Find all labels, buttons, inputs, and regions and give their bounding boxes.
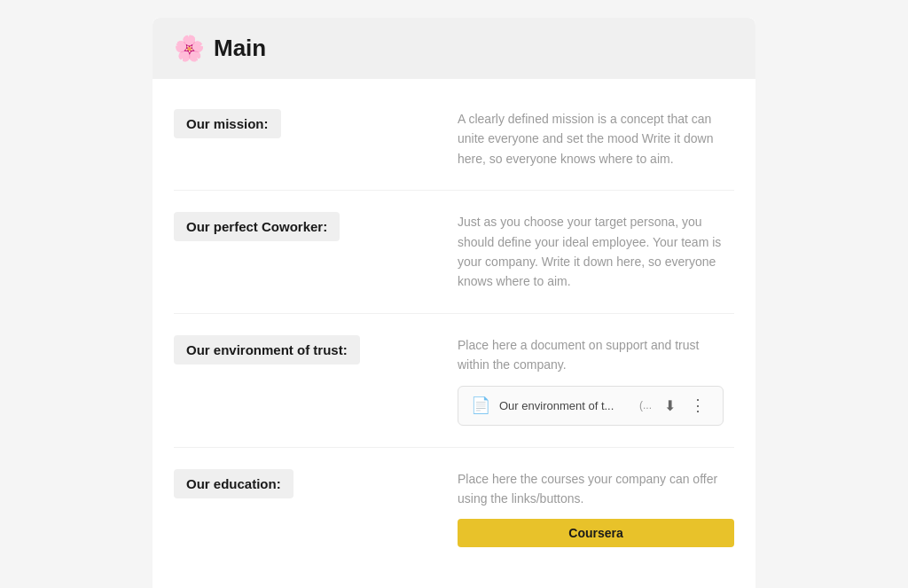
sections-container: Our mission: A clearly defined mission i… — [153, 79, 755, 588]
coursera-button[interactable]: Coursera — [458, 519, 734, 547]
more-options-button[interactable]: ⋮ — [686, 396, 710, 415]
page-header: 🌸 Main — [153, 18, 755, 79]
section-education-label: Our education: — [174, 469, 294, 498]
section-mission: Our mission: A clearly defined mission i… — [174, 88, 734, 191]
page-container: 🌸 Main Our mission: A clearly defined mi… — [153, 18, 755, 588]
more-options-icon: ⋮ — [690, 397, 707, 413]
section-coworker-label: Our perfect Coworker: — [174, 212, 340, 241]
section-coworker-label-wrapper: Our perfect Coworker: — [174, 212, 440, 241]
file-size: (... — [639, 399, 652, 412]
download-button[interactable]: ⬇ — [661, 396, 679, 416]
section-environment: Our environment of trust: Place here a d… — [174, 314, 734, 448]
section-education: Our education: Place here the courses yo… — [174, 448, 734, 569]
page-title: Main — [214, 35, 266, 62]
section-mission-label-wrapper: Our mission: — [174, 109, 440, 138]
file-actions: ⬇ ⋮ — [661, 396, 710, 416]
section-environment-label-wrapper: Our environment of trust: — [174, 335, 440, 365]
header-emoji: 🌸 — [174, 34, 205, 63]
file-attachment: 📄 Our environment of t... (... ⬇ ⋮ — [458, 386, 724, 426]
section-coworker-content: Just as you choose your target persona, … — [458, 212, 734, 292]
section-mission-label: Our mission: — [174, 109, 281, 138]
section-education-content: Place here the courses your company can … — [458, 469, 734, 548]
section-coworker-description: Just as you choose your target persona, … — [458, 212, 734, 292]
file-icon: 📄 — [471, 396, 490, 415]
section-mission-description: A clearly defined mission is a concept t… — [458, 109, 734, 169]
file-name: Our environment of t... — [499, 399, 630, 412]
download-icon: ⬇ — [664, 397, 676, 414]
section-environment-content: Place here a document on support and tru… — [458, 335, 734, 426]
section-perfect-coworker: Our perfect Coworker: Just as you choose… — [174, 191, 734, 314]
section-education-description: Place here the courses your company can … — [458, 469, 734, 509]
section-education-label-wrapper: Our education: — [174, 469, 440, 498]
section-mission-content: A clearly defined mission is a concept t… — [458, 109, 734, 169]
section-environment-label: Our environment of trust: — [174, 335, 360, 365]
section-environment-description: Place here a document on support and tru… — [458, 335, 734, 375]
